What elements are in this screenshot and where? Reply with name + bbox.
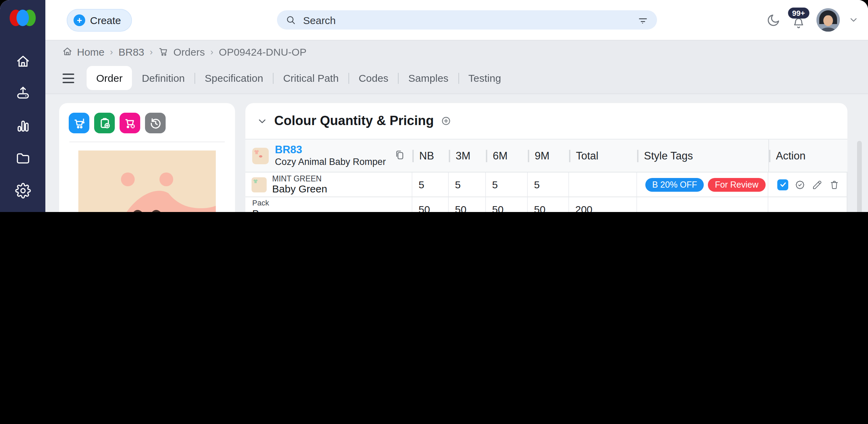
row-checkbox[interactable] [777, 179, 788, 190]
tag-badge[interactable]: For Review [708, 178, 765, 191]
qty-cell[interactable]: 50 [528, 197, 569, 212]
edit-pencil-icon[interactable] [812, 179, 823, 190]
section-title: Colour Quantity & Pricing [274, 113, 434, 129]
app-window: + Create 99+ [0, 0, 868, 212]
column-header-3m: 3M [449, 140, 486, 172]
remove-from-order-button[interactable] [120, 113, 140, 133]
notification-count-badge: 99+ [788, 8, 809, 19]
folder-icon [15, 150, 31, 166]
qty-cell[interactable]: 50 [412, 197, 449, 212]
qty-cell[interactable]: 50 [449, 197, 486, 212]
tab-definition[interactable]: Definition [132, 66, 194, 90]
colourway-thumbnail [252, 177, 267, 192]
breadcrumb-order-id[interactable]: OP09424-DNU-OP [219, 46, 307, 57]
tab-critical-path[interactable]: Critical Path [274, 66, 348, 90]
column-header-action: Action [768, 140, 847, 172]
history-icon [149, 116, 162, 130]
tab-specification[interactable]: Specification [195, 66, 273, 90]
user-avatar[interactable] [816, 8, 840, 32]
upload-icon [15, 85, 31, 101]
add-task-button[interactable] [94, 113, 115, 133]
style-name: Cozy Animal Baby Romper [275, 157, 386, 168]
column-header-style-tags: Style Tags [637, 140, 768, 172]
breadcrumb-orders[interactable]: Orders [158, 46, 205, 57]
filter-icon[interactable] [637, 14, 649, 26]
delete-trash-icon[interactable] [829, 179, 840, 190]
product-main-image[interactable] [78, 150, 216, 212]
tag-badge[interactable]: B 20% OFF [645, 178, 704, 191]
pack-cell: PackB [245, 197, 412, 212]
sidebar [0, 0, 45, 212]
colour-quantity-pricing-card: Colour Quantity & Pricing BR83 Cozy Anim… [245, 103, 847, 212]
tab-samples[interactable]: Samples [399, 66, 458, 90]
chevron-right-icon: › [210, 46, 213, 57]
divider [69, 142, 225, 142]
approve-seal-icon[interactable] [794, 179, 805, 190]
tab-bar: Order Definition Specification Critical … [45, 63, 868, 94]
column-header-6m: 6M [486, 140, 528, 172]
column-header-total: Total [569, 140, 637, 172]
qty-cell[interactable]: 5 [449, 172, 486, 197]
tab-testing[interactable]: Testing [459, 66, 511, 90]
qty-cell[interactable]: 5 [412, 172, 449, 197]
sidebar-item-search[interactable] [10, 210, 35, 212]
table-row-pack: PackB 50 50 50 50 200 [245, 197, 847, 212]
tab-codes[interactable]: Codes [349, 66, 398, 90]
style-thumbnail [252, 147, 269, 164]
column-header-9m: 9M [528, 140, 569, 172]
check-icon [779, 181, 787, 188]
chevron-right-icon: › [110, 46, 113, 57]
table-row: MINT GREENBaby Green 5 5 5 5 B 20% OFF F… [245, 172, 847, 197]
style-header-cell: BR83 Cozy Animal Baby Romper [245, 140, 412, 172]
app-logo [0, 8, 45, 28]
sidebar-item-home[interactable] [10, 49, 35, 74]
sidebar-item-files[interactable] [10, 146, 35, 170]
qty-cell[interactable]: 5 [528, 172, 569, 197]
search-bar[interactable] [277, 10, 657, 30]
breadcrumb-project[interactable]: BR83 [119, 46, 144, 57]
action-cell [768, 172, 847, 197]
create-button[interactable]: + Create [67, 9, 132, 31]
cart-remove-icon [123, 116, 136, 130]
colourway-cell: MINT GREENBaby Green [245, 172, 412, 197]
bell-icon [792, 16, 805, 30]
product-summary-card: +2 Draft [59, 103, 235, 212]
vertical-scrollbar[interactable] [857, 141, 862, 212]
home-icon [15, 53, 31, 69]
breadcrumb-home[interactable]: Home [62, 46, 104, 57]
bar-chart-icon [15, 118, 31, 134]
menu-icon[interactable] [63, 73, 74, 83]
create-button-label: Create [90, 14, 121, 26]
style-tags-cell: B 20% OFF For Review [637, 172, 768, 197]
sidebar-item-reports[interactable] [10, 113, 35, 138]
style-code-link[interactable]: BR83 [275, 143, 386, 157]
add-colourway-icon[interactable] [441, 115, 452, 126]
copy-icon[interactable] [394, 149, 405, 161]
table-header-row: BR83 Cozy Animal Baby Romper NB 3M 6M 9M… [245, 139, 847, 172]
sidebar-item-upload[interactable] [10, 80, 35, 105]
cart-alert-icon [73, 116, 86, 130]
column-header-nb: NB [412, 140, 449, 172]
avatar-image [816, 8, 840, 32]
history-button[interactable] [145, 113, 166, 133]
dark-mode-toggle-moon-icon[interactable] [766, 13, 781, 27]
account-menu-chevron-icon[interactable] [849, 15, 858, 25]
qty-cell[interactable]: 50 [486, 197, 528, 212]
search-input[interactable] [302, 13, 632, 26]
add-to-order-button[interactable] [69, 113, 89, 133]
gear-icon [15, 182, 31, 198]
home-icon [62, 46, 73, 57]
qty-cell[interactable]: 5 [486, 172, 528, 197]
search-icon [285, 14, 296, 25]
page-content: +2 Draft Members 3 [45, 94, 868, 212]
total-cell: 200 [569, 197, 637, 212]
breadcrumb: Home › BR83 › Orders › OP09424-DNU-OP [45, 40, 868, 63]
topbar: + Create 99+ [45, 0, 868, 40]
total-cell [569, 172, 637, 197]
sidebar-item-settings[interactable] [10, 178, 35, 203]
tab-order[interactable]: Order [87, 66, 132, 90]
cart-icon [158, 46, 169, 57]
notifications-button[interactable]: 99+ [790, 10, 808, 30]
plus-icon: + [74, 14, 85, 26]
collapse-section-icon[interactable] [257, 116, 267, 126]
